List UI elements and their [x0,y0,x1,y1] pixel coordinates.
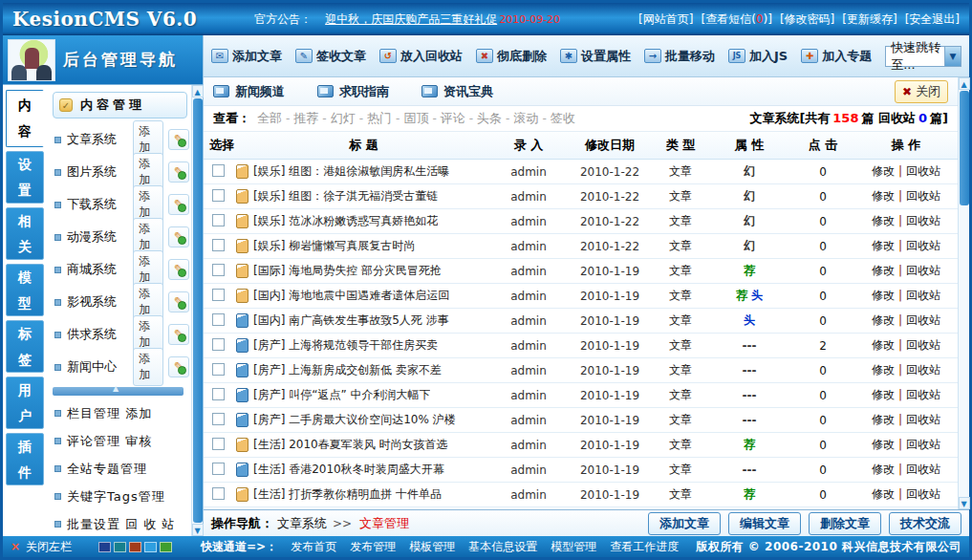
article-title-link[interactable]: [娱乐] 柳岩慵懒写真展复古时尚 [253,238,415,254]
system-link[interactable]: 供求系统 [67,326,133,343]
toolbar-action-add-article[interactable]: ✉添加文章 [211,48,282,65]
row-checkbox[interactable] [212,264,225,276]
panel-divider-collapse[interactable] [53,387,184,396]
channel-button[interactable]: 资讯宝典 [421,83,493,100]
row-checkbox[interactable] [212,487,225,500]
toolbar-action-set-attr[interactable]: ✱设置属性 [560,48,631,65]
recycle-link[interactable]: 回收站 [906,189,940,203]
row-checkbox[interactable] [212,388,225,400]
header-link-messages[interactable]: [查看短信(0)] [701,11,771,28]
sidebar-tab[interactable]: 设置 [6,151,44,204]
edit-link[interactable]: 修改 [872,289,895,302]
filter-option[interactable]: 热门 [367,110,392,127]
theme-swatch[interactable] [144,542,157,552]
row-checkbox[interactable] [212,338,225,351]
recycle-link[interactable]: 回收站 [906,214,940,227]
quick-link[interactable]: 发布首页 [291,539,336,555]
article-title-link[interactable]: [国内] 南广高铁发生事故致5人死 涉事 [253,312,449,329]
edit-pencil-icon[interactable]: ✎ [168,194,189,215]
edit-link[interactable]: 修改 [872,313,895,327]
row-checkbox[interactable] [212,164,225,177]
article-title-link[interactable]: [生活] 打折季教你精明血拼 十件单品 [253,486,442,503]
sidebar-tab[interactable]: 模型 [6,264,44,316]
edit-link[interactable]: 修改 [872,487,895,501]
quick-link[interactable]: 模型管理 [551,539,596,555]
announcement-link[interactable]: 迎中秋，庆国庆购产品三重好礼促 [325,11,497,28]
edit-pencil-icon[interactable]: ✎ [168,129,189,150]
theme-swatch[interactable] [98,542,111,552]
channel-button[interactable]: 新闻频道 [213,83,285,100]
quick-link[interactable]: 基本信息设置 [468,539,537,555]
recycle-link[interactable]: 回收站 [906,289,940,302]
sidebar-tab[interactable]: 标签 [6,320,44,373]
sidebar-link[interactable]: 全站专题管理 [67,461,147,478]
article-title-link[interactable]: [国内] 海地地震中国遇难者遗体启运回 [253,288,449,304]
article-title-link[interactable]: [生活] 2010春夏军装风 时尚女孩首选 [253,437,448,453]
row-checkbox[interactable] [212,438,225,450]
sidebar-link[interactable]: 评论管理 审核 [67,433,152,450]
quick-link[interactable]: 查看工作进度 [610,539,679,555]
edit-link[interactable]: 修改 [872,189,895,203]
article-title-link[interactable]: [国际] 海地局势失控 部分灾民冒死抢 [253,263,442,279]
edit-link[interactable]: 修改 [872,363,895,377]
close-left-link[interactable]: 关闭左栏 [26,539,72,555]
article-title-link[interactable]: [房产] 叫停“返点” 中介利润大幅下 [253,387,430,403]
row-checkbox[interactable] [212,214,225,226]
filter-option[interactable]: 全部 [257,110,282,127]
article-title-link[interactable]: [房产] 上海将规范领导干部住房买卖 [253,337,438,354]
row-checkbox[interactable] [212,363,225,376]
sidebar-link[interactable]: 关键字Tags管理 [67,488,165,506]
article-title-link[interactable]: [生活] 香港2010秋冬时装周盛大开幕 [253,462,444,478]
sidebar-tab[interactable]: 内容 [6,90,44,147]
edit-pencil-icon[interactable]: ✎ [168,226,189,248]
scroll-down-icon[interactable]: ▼ [192,524,204,536]
edit-link[interactable]: 修改 [872,338,895,352]
row-checkbox[interactable] [212,289,225,301]
system-link[interactable]: 文章系统 [67,131,133,148]
recycle-link[interactable]: 回收站 [906,363,940,377]
theme-swatch[interactable] [114,542,126,552]
recycle-link[interactable]: 回收站 [906,487,940,501]
nav-system-link[interactable]: 文章系统 [277,515,327,532]
edit-link[interactable]: 修改 [872,463,895,476]
bottom-button[interactable]: 添加文章 [648,512,721,535]
bottom-button[interactable]: 删除文章 [809,512,881,535]
scroll-down-icon[interactable]: ▼ [959,497,970,509]
filter-option[interactable]: 评论 [441,110,465,127]
system-link[interactable]: 商城系统 [67,261,133,278]
article-title-link[interactable]: [娱乐] 组图：徐子淇无福消受古董链 [253,188,438,205]
scroll-up-icon[interactable]: ▲ [959,77,970,90]
header-link[interactable]: [网站首页] [638,11,693,28]
system-link[interactable]: 影视系统 [67,293,133,311]
row-checkbox[interactable] [212,463,225,475]
nav-current-link[interactable]: 文章管理 [359,515,409,532]
edit-link[interactable]: 修改 [872,239,895,252]
quick-jump-select[interactable]: 快速跳转至...▼ [885,46,961,67]
filter-option[interactable]: 推荐 [293,110,318,127]
sidebar-tab[interactable]: 相关 [6,207,44,260]
row-checkbox[interactable] [212,189,225,202]
theme-swatch[interactable] [129,542,141,552]
scroll-up-icon[interactable]: ▲ [192,85,204,97]
system-link[interactable]: 下载系统 [67,196,133,213]
filter-option[interactable]: 滚动 [513,110,538,127]
filter-option[interactable]: 签收 [551,110,575,127]
toolbar-action-add-topic[interactable]: ✚加入专题 [801,48,872,65]
sidebar-tab[interactable]: 插件 [6,433,44,485]
edit-pencil-icon[interactable]: ✎ [168,162,189,183]
header-link[interactable]: [更新缓存] [842,11,896,28]
bottom-button[interactable]: 技术交流 [889,512,961,535]
recycle-link[interactable]: 回收站 [906,438,940,451]
edit-pencil-icon[interactable]: ✎ [168,291,189,312]
theme-swatch[interactable] [160,542,172,552]
main-scrollbar[interactable]: ▲ ▼ [958,77,969,509]
row-checkbox[interactable] [212,413,225,425]
filter-option[interactable]: 头条 [477,110,502,127]
toolbar-action-delete[interactable]: ✖彻底删除 [476,48,547,65]
article-title-link[interactable]: [房产] 上海新房成交创新低 卖家不差 [253,362,442,378]
bottom-button[interactable]: 编辑文章 [728,512,801,535]
recycle-link[interactable]: 回收站 [906,413,940,426]
recycle-link[interactable]: 回收站 [906,338,940,352]
header-link[interactable]: [安全退出] [905,11,960,28]
sidebar-section-content[interactable]: ✓ 内容管理 [53,92,187,118]
